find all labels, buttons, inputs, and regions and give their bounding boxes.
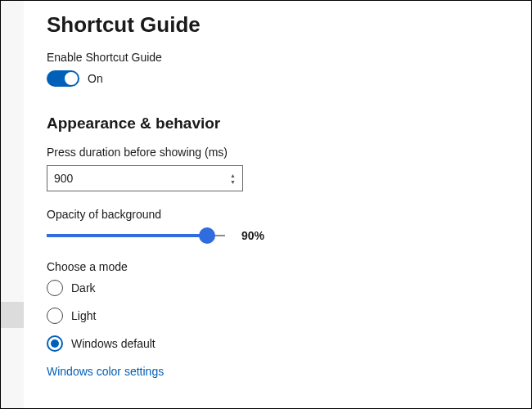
press-duration-field: Press duration before showing (ms) 900 ▲…	[47, 146, 508, 191]
opacity-slider[interactable]	[47, 227, 225, 244]
sidebar-strip	[1, 1, 24, 408]
radio-icon	[47, 280, 63, 296]
sidebar-active-indicator	[1, 302, 24, 328]
radio-icon	[47, 308, 63, 324]
chevron-up-icon[interactable]: ▲	[230, 173, 236, 178]
press-duration-label: Press duration before showing (ms)	[47, 146, 508, 159]
mode-option-label: Dark	[71, 281, 96, 294]
page-title: Shortcut Guide	[47, 12, 508, 38]
opacity-label: Opacity of background	[47, 208, 508, 221]
press-duration-value: 900	[54, 172, 230, 185]
mode-option-label: Windows default	[71, 337, 156, 350]
section-title: Appearance & behavior	[47, 115, 508, 133]
slider-fill	[47, 234, 207, 237]
chevron-down-icon[interactable]: ▼	[230, 179, 236, 185]
enable-toggle-state: On	[88, 72, 103, 85]
windows-color-settings-link[interactable]: Windows color settings	[47, 365, 164, 378]
enable-toggle-row: On	[47, 70, 508, 87]
radio-icon	[47, 335, 63, 352]
mode-option-label: Light	[71, 309, 96, 322]
toggle-knob	[65, 72, 78, 85]
mode-option-light[interactable]: Light	[47, 308, 508, 324]
opacity-value: 90%	[241, 229, 264, 242]
enable-toggle[interactable]	[47, 70, 79, 87]
mode-option-dark[interactable]: Dark	[47, 280, 508, 296]
opacity-slider-row: 90%	[47, 227, 508, 244]
content-area: Shortcut Guide Enable Shortcut Guide On …	[24, 1, 531, 393]
press-duration-input[interactable]: 900 ▲ ▼	[47, 165, 243, 191]
mode-label: Choose a mode	[47, 260, 508, 273]
enable-label: Enable Shortcut Guide	[47, 51, 508, 64]
opacity-field: Opacity of background 90%	[47, 208, 508, 244]
spinner-buttons[interactable]: ▲ ▼	[230, 173, 236, 185]
mode-radio-group: Dark Light Windows default	[47, 280, 508, 352]
mode-option-windows-default[interactable]: Windows default	[47, 335, 508, 352]
slider-thumb[interactable]	[199, 227, 215, 244]
mode-field: Choose a mode Dark Light Windows default	[47, 260, 508, 352]
